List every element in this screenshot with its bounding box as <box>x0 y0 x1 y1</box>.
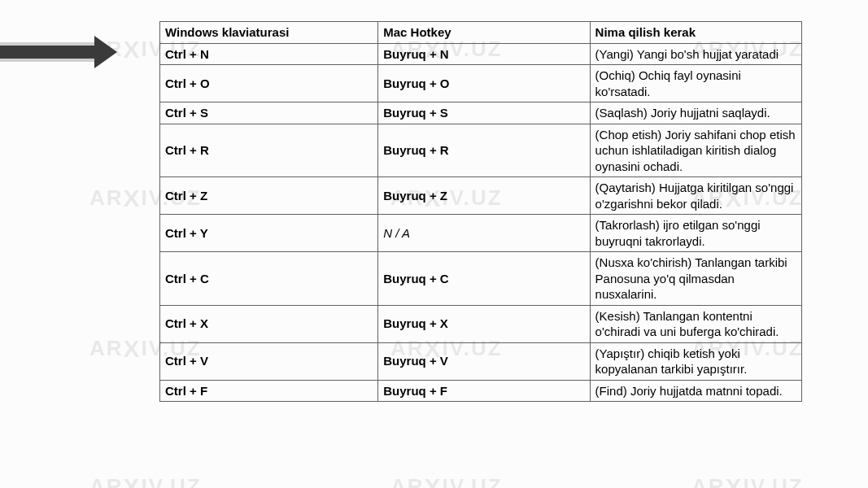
cell-description: (Kesish) Tanlangan kontentni o'chiradi v… <box>590 305 801 342</box>
cell-windows-shortcut: Ctrl + V <box>160 342 378 380</box>
cell-mac-shortcut: Buyruq + X <box>378 305 590 342</box>
table-row: Ctrl + NBuyruq + N(Yangi) Yangi bo'sh hu… <box>160 43 802 65</box>
watermark: ARXIV.UZ <box>390 472 503 488</box>
cell-windows-shortcut: Ctrl + N <box>160 43 378 65</box>
cell-description: (Qaytarish) Hujjatga kiritilgan so'nggi … <box>590 177 801 215</box>
cell-windows-shortcut: Ctrl + S <box>160 102 378 124</box>
cell-mac-shortcut: N / A <box>378 215 590 252</box>
table-row: Ctrl + FBuyruq + F(Find) Joriy hujjatda … <box>160 380 802 402</box>
header-mac: Mac Hotkey <box>378 22 590 44</box>
cell-description: (Yapıştır) chiqib ketish yoki kopyalanan… <box>590 342 801 380</box>
cell-description: (Chop etish) Joriy sahifani chop etish u… <box>590 124 801 177</box>
cell-description: (Ochiq) Ochiq fayl oynasini ko'rsatadi. <box>590 65 801 102</box>
cell-description: (Yangi) Yangi bo'sh hujjat yaratadi <box>590 43 801 65</box>
cell-mac-shortcut: Buyruq + Z <box>378 177 590 215</box>
table-row: Ctrl + VBuyruq + V(Yapıştır) chiqib keti… <box>160 342 802 380</box>
shortcuts-table-container: Windows klaviaturasi Mac Hotkey Nima qil… <box>159 21 802 402</box>
table-header-row: Windows klaviaturasi Mac Hotkey Nima qil… <box>160 22 802 44</box>
cell-windows-shortcut: Ctrl + R <box>160 124 378 177</box>
table-row: Ctrl + XBuyruq + X(Kesish) Tanlangan kon… <box>160 305 802 342</box>
table-row: Ctrl + CBuyruq + C(Nusxa ko'chirish) Tan… <box>160 252 802 306</box>
table-row: Ctrl + RBuyruq + R(Chop etish) Joriy sah… <box>160 124 802 177</box>
table-row: Ctrl + YN / A(Takrorlash) ijro etilgan s… <box>160 215 802 252</box>
cell-mac-shortcut: Buyruq + O <box>378 65 590 102</box>
cell-windows-shortcut: Ctrl + C <box>160 252 378 306</box>
table-row: Ctrl + OBuyruq + O(Ochiq) Ochiq fayl oyn… <box>160 65 802 102</box>
cell-mac-shortcut: Buyruq + V <box>378 342 590 380</box>
cell-description: (Saqlash) Joriy hujjatni saqlaydi. <box>590 102 801 124</box>
arrow-decoration <box>0 36 126 68</box>
cell-windows-shortcut: Ctrl + O <box>160 65 378 102</box>
watermark: ARXIV.UZ <box>691 472 804 488</box>
cell-description: (Takrorlash) ijro etilgan so'nggi buyruq… <box>590 215 801 252</box>
table-row: Ctrl + ZBuyruq + Z(Qaytarish) Hujjatga k… <box>160 177 802 215</box>
header-windows: Windows klaviaturasi <box>160 22 378 44</box>
cell-description: (Find) Joriy hujjatda matnni topadi. <box>590 380 801 402</box>
cell-mac-shortcut: Buyruq + F <box>378 380 590 402</box>
cell-mac-shortcut: Buyruq + S <box>378 102 590 124</box>
cell-mac-shortcut: Buyruq + C <box>378 252 590 306</box>
cell-windows-shortcut: Ctrl + Z <box>160 177 378 215</box>
cell-mac-shortcut: Buyruq + R <box>378 124 590 177</box>
cell-windows-shortcut: Ctrl + Y <box>160 215 378 252</box>
cell-mac-shortcut: Buyruq + N <box>378 43 590 65</box>
cell-windows-shortcut: Ctrl + X <box>160 305 378 342</box>
shortcuts-table: Windows klaviaturasi Mac Hotkey Nima qil… <box>159 21 802 402</box>
header-desc: Nima qilish kerak <box>590 22 801 44</box>
cell-description: (Nusxa ko'chirish) Tanlangan tarkibi Pan… <box>590 252 801 306</box>
cell-windows-shortcut: Ctrl + F <box>160 380 378 402</box>
table-row: Ctrl + SBuyruq + S(Saqlash) Joriy hujjat… <box>160 102 802 124</box>
watermark: ARXIV.UZ <box>89 472 202 488</box>
